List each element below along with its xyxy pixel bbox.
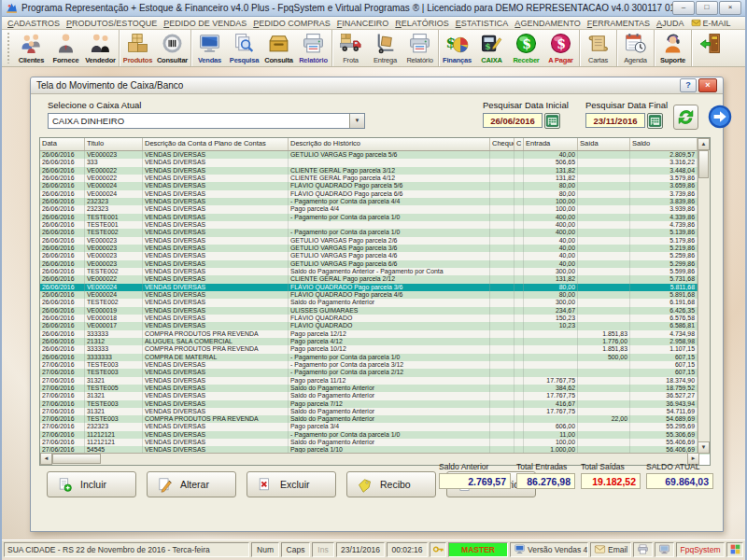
table-row[interactable]: 27/06/201631321VENDAS DIVERSASSaldo do P… xyxy=(40,408,710,415)
toolbar-button-vendas[interactable]: Vendas xyxy=(192,30,227,66)
menu-item-relat-rios[interactable]: RELATÓRIOS xyxy=(395,19,448,28)
scroll-up-arrow[interactable]: ▲ xyxy=(698,138,710,150)
vertical-scrollbar[interactable]: ▲ ▼ xyxy=(698,138,710,454)
table-row[interactable]: 26/06/2016VE000024VENDAS DIVERSASFLÁVIO … xyxy=(40,291,710,299)
toolbar-button-receber[interactable]: $Receber xyxy=(509,30,543,66)
toolbar-button-cartas[interactable]: Cartas xyxy=(581,30,615,66)
toolbar-button-clientes[interactable]: Clientes xyxy=(14,30,49,66)
toolbar-grip[interactable] xyxy=(6,33,11,63)
column-header-saldo[interactable]: Saldo xyxy=(630,138,698,150)
menu-item-agendamento[interactable]: AGENDAMENTO xyxy=(514,19,580,28)
menu-item-email[interactable]: E-MAIL xyxy=(691,18,731,28)
excluir-button[interactable]: Excluir xyxy=(247,471,336,497)
menu-item-ajuda[interactable]: AJUDA xyxy=(656,19,684,28)
toolbar-button-a-pagar[interactable]: $A Pagar xyxy=(543,30,578,66)
table-row[interactable]: 26/06/2016TESTE002VENDAS DIVERSAS- Pagam… xyxy=(40,229,710,236)
toolbar-button-vendedor[interactable]: Vendedor xyxy=(83,30,118,66)
table-row[interactable]: 26/06/2016VE000023VENDAS DIVERSASGETULIO… xyxy=(40,237,710,245)
menu-item-produtos-estoque[interactable]: PRODUTOS/ESTOQUE xyxy=(66,19,157,28)
table-row[interactable]: 27/06/201611212121VENDAS DIVERSAS- Pagam… xyxy=(40,431,710,439)
menu-item-pedido-de-vendas[interactable]: PEDIDO DE VENDAS xyxy=(163,19,247,28)
table-row[interactable]: 26/06/20163333333COMPRA DE MATERIAL- Pag… xyxy=(40,354,710,361)
table-row[interactable]: 27/06/201631321VENDAS DIVERSASSaldo do P… xyxy=(40,392,710,399)
toolbar-button-finan-as[interactable]: $Finanças xyxy=(440,30,474,66)
table-row[interactable]: 26/06/2016VE000022VENDAS DIVERSASCLIENTE… xyxy=(40,275,710,283)
table-row[interactable]: 26/06/2016VE000024VENDAS DIVERSASFLÁVIO … xyxy=(40,284,710,291)
table-row[interactable]: 27/06/2016TESTE003COMPRA PRODUTOS PRA RE… xyxy=(40,415,710,423)
table-row[interactable]: 26/06/2016232323VENDAS DIVERSAS- Pagamen… xyxy=(40,198,710,205)
menu-item-ferramentas[interactable]: FERRAMENTAS xyxy=(587,19,650,28)
table-row[interactable]: 26/06/2016VE000018VENDAS DIVERSASFLÁVIO … xyxy=(40,315,710,322)
go-search-button[interactable] xyxy=(707,104,733,130)
date-end-input[interactable]: 23/11/2016 xyxy=(585,113,645,128)
table-row[interactable]: 26/06/2016VE000019VENDAS DIVERSASULISSES… xyxy=(40,307,710,315)
table-row[interactable]: 26/06/2016VE000022VENDAS DIVERSASCLIENTE… xyxy=(40,175,710,182)
table-row[interactable]: 27/06/2016TESTE003VENDAS DIVERSAS- Pagam… xyxy=(40,361,710,369)
column-header-descri-o-do-hist-rico[interactable]: Descrição do Histórico xyxy=(289,138,490,150)
toolbar-button-exit[interactable] xyxy=(693,30,727,66)
table-row[interactable]: 26/06/2016VE000022VENDAS DIVERSASCLIENTE… xyxy=(40,167,710,175)
date-end-calendar-button[interactable] xyxy=(647,113,663,129)
table-row[interactable]: 26/06/2016VE000023VENDAS DIVERSASGETULIO… xyxy=(40,151,710,159)
table-row[interactable]: 26/06/2016TESTE001VENDAS DIVERSAS- Pagam… xyxy=(40,214,710,221)
toolbar-button-caixa[interactable]: $CAIXA xyxy=(474,30,509,66)
table-row[interactable]: 26/06/2016TESTE002VENDAS DIVERSASSaldo d… xyxy=(40,299,710,306)
status-monitor-button[interactable] xyxy=(655,542,674,557)
column-header-cheque[interactable]: Cheque xyxy=(490,138,514,150)
menu-item-financeiro[interactable]: FINANCEIRO xyxy=(337,19,389,28)
toolbar-button-entrega[interactable]: Entrega xyxy=(368,30,402,66)
minimize-button[interactable]: – xyxy=(672,1,695,15)
status-printer-button[interactable] xyxy=(633,542,653,557)
table-row[interactable]: 27/06/2016TESTE005VENDAS DIVERSASSaldo d… xyxy=(40,385,710,392)
menu-item-estatistica[interactable]: ESTATISTICA xyxy=(456,19,509,28)
vertical-scroll-thumb[interactable] xyxy=(698,150,709,178)
column-header-c[interactable]: C xyxy=(514,138,524,150)
caixa-select[interactable]: CAIXA DINHEIRO ▼ xyxy=(48,113,365,129)
recibo-button[interactable]: Recibo xyxy=(346,471,436,497)
table-row[interactable]: 27/06/201611212121VENDAS DIVERSASSaldo d… xyxy=(40,439,710,446)
table-row[interactable]: 26/06/201621312ALUGUEL SALA COMERCIALPag… xyxy=(40,338,710,345)
table-row[interactable]: 26/06/2016TESTE001VENDAS DIVERSAS400,004… xyxy=(40,221,710,229)
date-start-calendar-button[interactable] xyxy=(544,113,560,129)
toolbar-button-frota[interactable]: Frota xyxy=(333,30,368,66)
toolbar-button-relat-rio[interactable]: Relatório xyxy=(402,30,437,66)
horizontal-scroll-thumb[interactable] xyxy=(52,454,101,464)
table-row[interactable]: 26/06/2016232323VENDAS DIVERSASPago parc… xyxy=(40,205,710,213)
table-row[interactable]: 26/06/2016VE000017VENDAS DIVERSASFLÁVIO … xyxy=(40,322,710,329)
table-row[interactable]: 26/06/2016TESTE002VENDAS DIVERSASSaldo d… xyxy=(40,268,710,275)
table-row[interactable]: 27/06/2016232323VENDAS DIVERSASPago parc… xyxy=(40,423,710,430)
table-row[interactable]: 26/06/2016VE000023VENDAS DIVERSASGETULIO… xyxy=(40,245,710,252)
column-header-entrada[interactable]: Entrada xyxy=(524,138,578,150)
table-row[interactable]: 26/06/2016VE000024VENDAS DIVERSASFLÁVIO … xyxy=(40,182,710,189)
toolbar-button-consulta[interactable]: Consulta xyxy=(261,30,296,66)
table-row[interactable]: 26/06/2016VE000024VENDAS DIVERSASFLÁVIO … xyxy=(40,190,710,198)
status-email-button[interactable]: Email xyxy=(590,542,631,557)
window-close-button[interactable]: × xyxy=(698,78,717,92)
date-start-input[interactable]: 26/06/2016 xyxy=(483,113,543,128)
toolbar-button-consultar[interactable]: Consultar xyxy=(155,30,190,66)
table-row[interactable]: 26/06/2016VE000023VENDAS DIVERSASGETULIO… xyxy=(40,260,710,268)
table-row[interactable]: 27/06/2016TESTE003VENDAS DIVERSAS- Pagam… xyxy=(40,369,710,376)
alterar-button[interactable]: Alterar xyxy=(147,471,236,497)
close-button[interactable]: × xyxy=(719,1,741,15)
column-header-titulo[interactable]: Titulo xyxy=(85,138,143,150)
menu-item-pedido-compras[interactable]: PEDIDO COMPRAS xyxy=(253,19,331,28)
table-row[interactable]: 27/06/2016TESTE003VENDAS DIVERSASPago pa… xyxy=(40,400,710,408)
table-row[interactable]: 26/06/2016333333COMPRA PRODUTOS PRA REVE… xyxy=(40,345,710,353)
toolbar-button-fornece[interactable]: Fornece xyxy=(49,30,83,66)
table-row[interactable]: 26/06/2016333VENDAS DIVERSAS506,653.316,… xyxy=(40,159,710,166)
toolbar-button-pesquisa[interactable]: Pesquisa xyxy=(227,30,261,66)
table-row[interactable]: 26/06/2016333333COMPRA PRODUTOS PRA REVE… xyxy=(40,330,710,338)
column-header-data[interactable]: Data xyxy=(40,138,85,150)
scroll-left-arrow[interactable]: ◄ xyxy=(40,453,52,465)
restore-button[interactable]: □ xyxy=(696,1,718,15)
table-row[interactable]: 26/06/2016VE000023VENDAS DIVERSASGETULIO… xyxy=(40,252,710,259)
column-header-sa-da[interactable]: Saída xyxy=(578,138,630,150)
help-button[interactable]: ? xyxy=(680,78,697,92)
toolbar-button-agenda[interactable]: Agenda xyxy=(618,30,653,66)
incluir-button[interactable]: Incluir xyxy=(47,471,136,497)
chevron-down-icon[interactable]: ▼ xyxy=(349,114,364,128)
refresh-button[interactable] xyxy=(673,105,698,130)
menu-item-cadastros[interactable]: CADASTROS xyxy=(7,19,60,28)
column-header-descri-o-da-conta-d-plano-de-contas[interactable]: Descrição da Conta d Plano de Contas xyxy=(143,138,289,150)
